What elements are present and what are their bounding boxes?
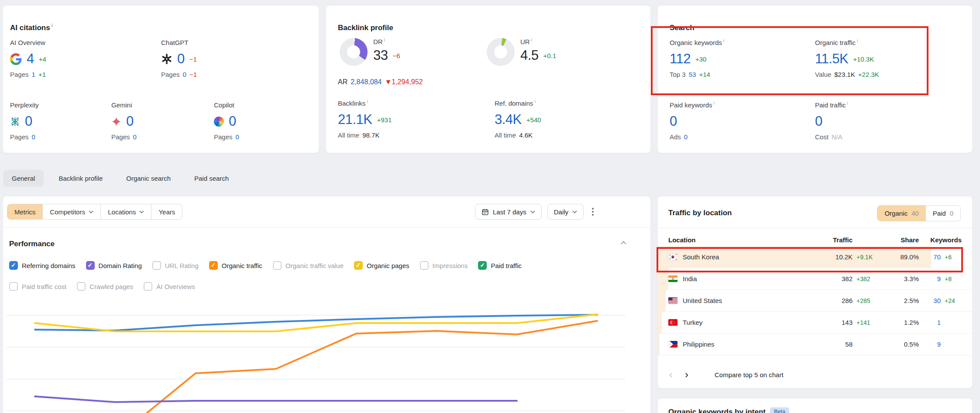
checkbox-referring-domains[interactable]: Referring domains: [9, 261, 76, 270]
table-row-philippines[interactable]: Philippines 58 0.5% 9: [658, 334, 972, 355]
ref-domains-change: +540: [526, 116, 541, 124]
granularity-dropdown[interactable]: Daily: [547, 204, 584, 220]
metrics-button[interactable]: Metrics: [7, 204, 42, 219]
col-keywords: Keywords: [919, 236, 962, 244]
ar-label: AR: [338, 78, 347, 86]
col-location: Location: [668, 236, 812, 244]
info-icon[interactable]: [367, 100, 368, 104]
paid-traffic-value[interactable]: 0: [815, 114, 822, 129]
chevron-down-icon: [89, 210, 93, 213]
backlinks-alltime: 98.7K: [362, 131, 379, 139]
ar-change: ▼1,294,952: [385, 78, 423, 86]
tab-organic-search[interactable]: Organic search: [117, 170, 179, 187]
copilot-metric: Copilot 0 Pages0: [214, 101, 239, 141]
traffic-by-location-title: Traffic by location: [668, 209, 732, 217]
compare-top5-link[interactable]: Compare top 5 on chart: [715, 371, 784, 379]
more-options-kebab-icon[interactable]: [589, 204, 596, 219]
filters-control: Metrics Competitors Locations Years: [7, 204, 182, 220]
table-header: Location Traffic Share Keywords: [658, 233, 972, 246]
ur-donut: [487, 38, 515, 66]
paid-keywords-metric: Paid keywords 0 Ads0: [670, 101, 715, 141]
perplexity-icon: [10, 117, 20, 127]
location-name: South Korea: [683, 253, 719, 261]
ar-value[interactable]: 2,848,084: [351, 78, 382, 86]
beta-badge: Beta: [770, 407, 789, 413]
checkbox-impressions[interactable]: Impressions: [420, 261, 468, 270]
checkbox-domain-rating[interactable]: Domain Rating: [86, 261, 142, 270]
checkbox-organic-traffic[interactable]: Organic traffic: [209, 261, 262, 270]
pages-label: Pages: [111, 133, 130, 141]
share-value: 0.5%: [880, 341, 919, 348]
checkbox-paid-traffic[interactable]: Paid traffic: [478, 261, 522, 270]
pages-value[interactable]: 0: [183, 71, 186, 78]
keywords-value[interactable]: 9: [919, 341, 941, 348]
share-value: 3.3%: [880, 275, 919, 282]
calendar-icon: [481, 208, 489, 216]
checkbox-url-rating[interactable]: URL Rating: [152, 261, 199, 270]
google-icon: [10, 53, 22, 65]
ads-value[interactable]: 0: [684, 133, 688, 141]
location-name: Turkey: [683, 319, 702, 326]
traffic-value: 143: [812, 319, 853, 326]
performance-title: Performance: [9, 240, 55, 248]
checkbox-organic-pages[interactable]: Organic pages: [354, 261, 409, 270]
years-button[interactable]: Years: [151, 204, 182, 219]
toggle-organic[interactable]: Organic40: [877, 206, 925, 221]
flag-turkey-icon: [668, 319, 677, 326]
keywords-change: +8: [941, 275, 962, 282]
traffic-value: 382: [812, 275, 853, 282]
tab-general[interactable]: General: [3, 170, 44, 187]
backlinks-value[interactable]: 21.1K: [338, 112, 372, 127]
ur-change: +0.1: [543, 52, 557, 59]
date-range-button[interactable]: Last 7 days: [475, 204, 542, 220]
keywords-value[interactable]: 9: [919, 275, 941, 282]
info-icon[interactable]: [531, 38, 532, 42]
cost-value: N/A: [832, 133, 842, 141]
checkbox-organic-traffic-value[interactable]: Organic traffic value: [273, 261, 344, 270]
collapse-chevron-up-icon[interactable]: [621, 241, 626, 244]
paid-keywords-value[interactable]: 0: [670, 114, 677, 129]
col-traffic: Traffic: [812, 236, 853, 244]
keywords-value[interactable]: 30: [919, 297, 941, 304]
top3-value[interactable]: 53: [689, 71, 696, 78]
pages-value[interactable]: 1: [32, 71, 35, 78]
keywords-value[interactable]: 70: [919, 253, 941, 261]
gemini-icon: [111, 117, 121, 127]
dr-label: DR: [373, 38, 383, 45]
metric-change: +4: [39, 55, 46, 63]
competitors-dropdown[interactable]: Competitors: [42, 204, 100, 219]
info-icon[interactable]: [714, 101, 715, 106]
copilot-icon: [214, 117, 224, 127]
toggle-paid[interactable]: Paid0: [926, 206, 960, 221]
info-icon[interactable]: [52, 24, 53, 28]
locations-dropdown[interactable]: Locations: [100, 204, 151, 219]
table-row-turkey[interactable]: Turkey 143 +141 1.2% 1: [658, 312, 972, 334]
table-row-india[interactable]: India 382 +382 3.3% 9 +8: [658, 268, 972, 290]
pages-value[interactable]: 0: [236, 133, 239, 141]
pages-value[interactable]: 0: [32, 133, 35, 141]
table-row-south-korea[interactable]: South Korea 10.2K +9.1K 89.0% 70 +6: [658, 246, 972, 268]
info-icon[interactable]: [723, 39, 724, 43]
table-row-united-states[interactable]: United States 286 +285 2.5% 30 +24: [658, 290, 972, 312]
keywords-change: +6: [941, 254, 962, 261]
pages-value[interactable]: 0: [133, 133, 137, 141]
pages-label: Pages: [161, 71, 180, 78]
ref-domains-value[interactable]: 3.4K: [495, 112, 522, 127]
organic-keywords-value[interactable]: 112: [670, 51, 691, 67]
ur-metric: UR 4.5+0.1: [520, 38, 556, 67]
next-page-button[interactable]: ›: [685, 369, 688, 380]
tab-backlink-profile[interactable]: Backlink profile: [50, 170, 111, 187]
prev-page-button[interactable]: ‹: [669, 369, 673, 380]
pages-label: Pages: [214, 133, 233, 141]
info-icon[interactable]: [857, 39, 858, 43]
metric-label: AI Overview: [10, 39, 46, 46]
ref-domains-metric: Ref. domains 3.4K+540 All time4.6K: [495, 100, 541, 139]
organic-traffic-value[interactable]: 11.5K: [815, 51, 848, 67]
tab-paid-search[interactable]: Paid search: [186, 170, 237, 187]
keywords-value[interactable]: 1: [919, 319, 941, 326]
info-icon[interactable]: [847, 101, 848, 106]
pages-label: Pages: [10, 71, 29, 78]
metric-label: ChatGPT: [161, 39, 197, 46]
info-icon[interactable]: [384, 38, 385, 42]
info-icon[interactable]: [534, 100, 535, 104]
